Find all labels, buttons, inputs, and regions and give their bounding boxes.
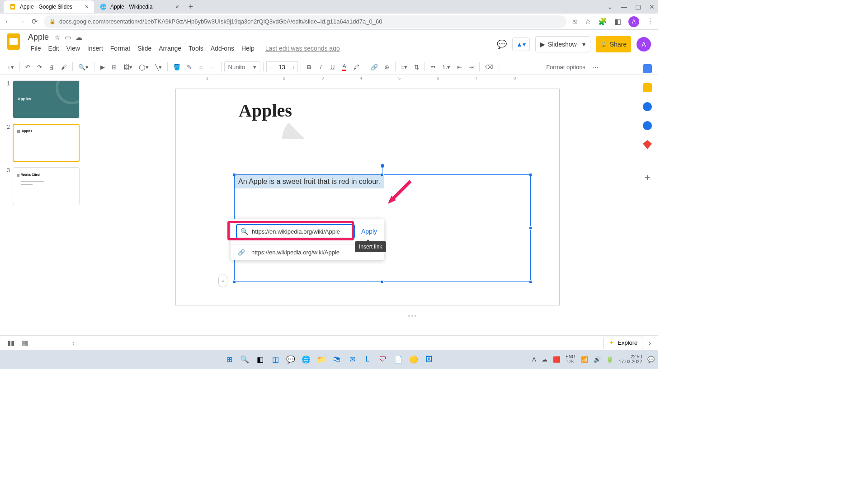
format-options-button[interactable]: Format options [542, 64, 589, 70]
resize-handle[interactable] [233, 280, 236, 283]
collapse-panel-icon[interactable]: ‹ [72, 339, 75, 347]
resize-handle[interactable] [381, 173, 384, 176]
menu-format[interactable]: Format [108, 44, 133, 53]
clock[interactable]: 22:50 17-03-2022 [619, 354, 642, 364]
resize-handle[interactable] [529, 226, 532, 230]
wifi-icon[interactable]: 📶 [581, 356, 588, 363]
menu-edit[interactable]: Edit [46, 44, 62, 53]
redo-icon[interactable]: ↷ [34, 62, 45, 72]
back-button-icon[interactable]: ← [5, 18, 12, 26]
last-edit-status[interactable]: Last edit was seconds ago [263, 44, 343, 53]
undo-icon[interactable]: ↶ [23, 62, 33, 72]
account-avatar[interactable]: A [637, 37, 651, 52]
bookmark-icon[interactable]: ☆ [585, 17, 591, 26]
battery-icon[interactable]: 🔋 [606, 356, 613, 363]
border-dash-icon[interactable]: ╌ [208, 62, 218, 72]
kebab-menu-icon[interactable]: ⋮ [646, 17, 654, 26]
border-color-icon[interactable]: ✎ [184, 62, 195, 72]
explore-button[interactable]: ✦ Explore [603, 337, 643, 349]
shape-tool-icon[interactable]: ◯▾ [136, 62, 151, 72]
task-view-icon[interactable]: ◧ [254, 353, 266, 366]
notifications-icon[interactable]: 💬 [647, 356, 655, 363]
photos-icon[interactable]: 🖼 [423, 353, 435, 366]
font-size-increase[interactable]: + [289, 61, 298, 72]
align-icon[interactable]: ≡▾ [398, 62, 410, 72]
tab-close-icon[interactable]: × [175, 3, 179, 10]
forward-button-icon[interactable]: → [18, 18, 25, 26]
paint-format-icon[interactable]: 🖌 [58, 62, 70, 72]
resize-handle[interactable] [381, 280, 384, 283]
reload-button-icon[interactable]: ⟳ [32, 17, 38, 26]
search-taskbar-icon[interactable]: 🔍 [238, 353, 251, 366]
contacts-icon[interactable] [643, 121, 652, 130]
slide-thumbnail-2[interactable]: 2 Apples [5, 124, 90, 162]
language-indicator[interactable]: ENG US [566, 354, 576, 364]
browser-tab-wikipedia[interactable]: 🌐 Apple - Wikipedia × [94, 0, 184, 13]
slide-title-text[interactable]: Apples [239, 100, 292, 121]
menu-view[interactable]: View [64, 44, 83, 53]
image-tool-icon[interactable]: 🖼▾ [121, 62, 135, 72]
underline-icon[interactable]: U [327, 62, 338, 72]
border-weight-icon[interactable]: ≡ [196, 62, 207, 72]
insert-comment-icon[interactable]: ⊕ [382, 62, 392, 72]
mail-icon[interactable]: ✉ [346, 353, 359, 366]
menu-file[interactable]: File [28, 44, 44, 53]
new-slide-button[interactable]: +▾ [5, 62, 17, 72]
textbox-content[interactable]: An Apple is a sweet fruit that is red in… [235, 175, 384, 188]
rotate-handle[interactable] [381, 164, 384, 168]
extensions-icon[interactable]: 🧩 [598, 17, 607, 26]
slides-logo-icon[interactable] [7, 33, 24, 55]
maximize-icon[interactable]: ▢ [635, 3, 641, 10]
decrease-indent-icon[interactable]: ⇤ [454, 62, 465, 72]
tasks-icon[interactable] [643, 102, 652, 111]
show-side-panel-icon[interactable]: › [649, 339, 651, 347]
font-size-input[interactable] [275, 61, 289, 72]
insert-link-icon[interactable]: 🔗 [368, 62, 381, 72]
new-tab-button[interactable]: + [184, 0, 197, 13]
resize-handle[interactable] [233, 173, 236, 176]
zoom-icon[interactable]: 🔍▾ [75, 62, 91, 72]
line-spacing-icon[interactable]: ⇅ [411, 62, 422, 72]
chrome-icon[interactable]: 🟡 [407, 353, 420, 366]
maps-icon[interactable] [643, 140, 652, 149]
slide-thumbnail-1[interactable]: 1 Apples [5, 80, 90, 118]
comments-icon[interactable]: 💬 [497, 39, 507, 49]
textbox-tool-icon[interactable]: ⊞ [109, 62, 120, 72]
link-url-input[interactable] [252, 228, 350, 235]
minimize-icon[interactable]: — [621, 3, 627, 10]
numbered-list-icon[interactable]: 1.▾ [439, 62, 453, 72]
move-icon[interactable]: ▭ [65, 33, 71, 42]
start-icon[interactable]: ⊞ [223, 353, 236, 366]
bullet-list-icon[interactable]: ⦁▾ [428, 61, 439, 72]
menu-arrange[interactable]: Arrange [156, 44, 184, 53]
link-input-wrap[interactable]: 🔍 [236, 224, 355, 239]
explorer-icon[interactable]: 📁 [315, 353, 328, 366]
star-icon[interactable]: ☆ [54, 33, 60, 42]
side-panel-icon[interactable]: ◧ [614, 17, 621, 26]
add-addon-icon[interactable]: + [645, 173, 650, 183]
menu-help[interactable]: Help [239, 44, 257, 53]
slideshow-button[interactable]: ▶ Slideshow ▾ [535, 36, 590, 52]
present-dropdown-icon[interactable]: ▲▾ [512, 38, 530, 51]
browser-tab-slides[interactable]: Apple - Google Slides × [4, 0, 94, 13]
tabs-dropdown-icon[interactable]: ⌄ [607, 3, 613, 10]
tray-app-icon[interactable]: 🟥 [553, 356, 560, 363]
keep-icon[interactable] [643, 83, 652, 92]
chat-icon[interactable]: 💬 [284, 353, 297, 366]
onedrive-icon[interactable]: ☁ [542, 356, 547, 363]
app-icon[interactable]: L [361, 353, 374, 366]
store-icon[interactable]: 🛍 [330, 353, 343, 366]
profile-avatar[interactable]: A [628, 16, 639, 27]
cloud-status-icon[interactable]: ☁ [75, 33, 82, 42]
widgets-icon[interactable]: ◫ [269, 353, 282, 366]
apply-button[interactable]: Apply [359, 228, 379, 235]
line-tool-icon[interactable]: ╲▾ [152, 62, 165, 72]
edge-icon[interactable]: 🌐 [300, 353, 312, 366]
tab-close-icon[interactable]: × [85, 3, 89, 10]
increase-indent-icon[interactable]: ⇥ [466, 62, 476, 72]
office-icon[interactable]: 📄 [392, 353, 405, 366]
menu-slide[interactable]: Slide [135, 44, 154, 53]
more-icon[interactable]: ⋯ [590, 62, 601, 72]
menu-addons[interactable]: Add-ons [208, 44, 237, 53]
notes-divider[interactable] [175, 314, 649, 318]
